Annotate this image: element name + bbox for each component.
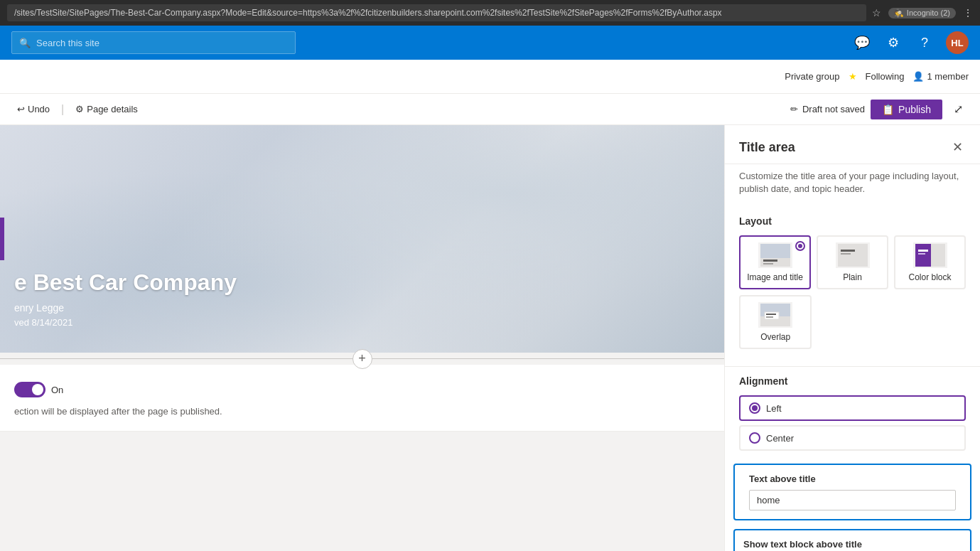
text-above-label: Text above title xyxy=(749,474,956,484)
private-group-label: Private group xyxy=(785,71,839,82)
panel-close-button[interactable]: ✕ xyxy=(949,137,966,158)
url-text: /sites/TestSite/SitePages/The-Best-Car-C… xyxy=(14,8,722,18)
browser-icons: ☆ 🕵 Incognito (2) ⋮ xyxy=(872,7,973,18)
center-label: Center xyxy=(766,433,794,444)
svg-rect-14 xyxy=(766,314,776,315)
svg-rect-1 xyxy=(760,244,790,258)
svg-rect-10 xyxy=(918,253,925,255)
purple-accent xyxy=(0,218,4,260)
sp-nav: 🔍 Search this site 💬 ⚙ ? HL xyxy=(0,26,980,60)
layout-option-plain[interactable]: Plain xyxy=(817,235,888,289)
edit-toolbar: ↩ Undo | ⚙ Page details ✏ Draft not save… xyxy=(0,94,980,125)
overlap-icon xyxy=(758,302,792,328)
edit-icon: ✏ xyxy=(790,104,798,114)
svg-rect-3 xyxy=(763,263,773,264)
search-placeholder: Search this site xyxy=(36,38,99,48)
toggle-switch[interactable] xyxy=(14,382,45,397)
panel-title: Title area xyxy=(739,140,795,155)
hero-area: e Best Car Company enry Legge ved 8/14/2… xyxy=(0,125,724,353)
search-icon: 🔍 xyxy=(19,38,31,48)
svg-rect-5 xyxy=(841,250,855,252)
plain-label: Plain xyxy=(843,272,862,282)
panel-header: Title area ✕ xyxy=(725,125,980,164)
undo-button[interactable]: ↩ Undo xyxy=(11,101,55,117)
layout-label: Layout xyxy=(739,215,966,227)
layout-row2: Overlap xyxy=(739,295,966,349)
following-label: Following xyxy=(866,71,905,82)
undo-label: Undo xyxy=(28,104,50,114)
color-block-label: Color block xyxy=(908,272,951,282)
add-section-bar: + xyxy=(0,353,724,365)
right-panel: Title area ✕ Customize the title area of… xyxy=(724,125,980,551)
plain-icon xyxy=(836,242,870,268)
browser-bar: /sites/TestSite/SitePages/The-Best-Car-C… xyxy=(0,0,980,26)
page-date: ved 8/14/2021 xyxy=(14,317,72,328)
incognito-badge: 🕵 Incognito (2) xyxy=(888,8,956,18)
publish-button[interactable]: 📋 Publish xyxy=(871,100,942,119)
member-info: 👤 1 member xyxy=(912,71,969,82)
main-area: e Best Car Company enry Legge ved 8/14/2… xyxy=(0,125,980,551)
more-icon[interactable]: ⋮ xyxy=(963,7,973,18)
page-details-label: Page details xyxy=(87,104,138,114)
svg-rect-9 xyxy=(918,250,928,252)
search-box[interactable]: 🔍 Search this site xyxy=(11,31,296,54)
svg-rect-4 xyxy=(838,244,868,267)
show-block-section: Show text block above title Yes Show pub… xyxy=(733,529,971,551)
overlap-label: Overlap xyxy=(760,332,790,342)
page-author: enry Legge xyxy=(14,302,64,314)
url-bar[interactable]: /sites/TestSite/SitePages/The-Best-Car-C… xyxy=(7,4,866,21)
text-above-input[interactable] xyxy=(749,490,956,510)
undo-icon: ↩ xyxy=(17,104,25,114)
toggle-label: On xyxy=(51,385,63,395)
svg-rect-8 xyxy=(915,244,931,267)
text-above-section: Text above title xyxy=(733,464,971,520)
chat-icon[interactable]: 💬 xyxy=(852,33,872,53)
incognito-label: Incognito (2) xyxy=(907,9,950,17)
toggle-thumb xyxy=(32,384,43,395)
member-icon: 👤 xyxy=(912,71,924,82)
help-icon[interactable]: ? xyxy=(915,33,935,53)
settings-icon[interactable]: ⚙ xyxy=(883,33,903,53)
divider-icon: | xyxy=(61,103,64,116)
following-button[interactable]: Following xyxy=(866,71,905,82)
svg-rect-6 xyxy=(841,253,851,255)
left-label: Left xyxy=(766,403,782,414)
page-details-button[interactable]: ⚙ Page details xyxy=(70,101,144,117)
svg-rect-15 xyxy=(766,316,773,318)
image-title-label: Image and title xyxy=(747,272,803,282)
show-text-block-label: Show text block above title xyxy=(743,539,962,550)
radio-dot-image xyxy=(795,241,805,251)
layout-option-image-and-title[interactable]: Image and title xyxy=(739,235,811,289)
section-info-text: ection will be displayed after the page … xyxy=(14,403,710,419)
svg-rect-2 xyxy=(763,260,777,262)
alignment-left[interactable]: Left xyxy=(739,395,966,421)
alignment-center[interactable]: Center xyxy=(739,425,966,451)
panel-description: Customize the title area of your page in… xyxy=(725,164,980,207)
avatar[interactable]: HL xyxy=(946,31,969,54)
sp-nav-right: 💬 ⚙ ? HL xyxy=(852,31,969,54)
radio-center xyxy=(749,432,760,444)
draft-status: ✏ Draft not saved xyxy=(790,104,865,114)
incognito-icon: 🕵 xyxy=(894,9,904,18)
site-bar: Private group ★ Following 👤 1 member xyxy=(0,60,980,94)
add-section-button[interactable]: + xyxy=(352,349,372,369)
alignment-section: Alignment Left Center xyxy=(725,366,980,464)
expand-button[interactable]: ⤢ xyxy=(948,100,969,119)
site-bar-right: Private group ★ Following 👤 1 member xyxy=(785,71,969,82)
alignment-label: Alignment xyxy=(739,375,966,387)
gear-icon: ⚙ xyxy=(75,104,84,114)
toggle-row: On xyxy=(14,376,710,403)
layout-option-overlap[interactable]: Overlap xyxy=(739,295,812,349)
layout-section: Layout Image and title xyxy=(725,207,980,366)
page-title: e Best Car Company xyxy=(14,269,237,296)
member-label: 1 member xyxy=(927,71,969,82)
star-icon[interactable]: ☆ xyxy=(872,7,881,18)
layout-option-color-block[interactable]: Color block xyxy=(894,235,966,289)
color-block-icon xyxy=(913,242,947,268)
publish-icon: 📋 xyxy=(882,104,894,115)
image-title-icon xyxy=(758,242,792,268)
page-content: e Best Car Company enry Legge ved 8/14/2… xyxy=(0,125,724,551)
layout-grid: Image and title Plain xyxy=(739,235,966,289)
radio-left xyxy=(749,402,760,414)
svg-rect-13 xyxy=(765,312,779,319)
